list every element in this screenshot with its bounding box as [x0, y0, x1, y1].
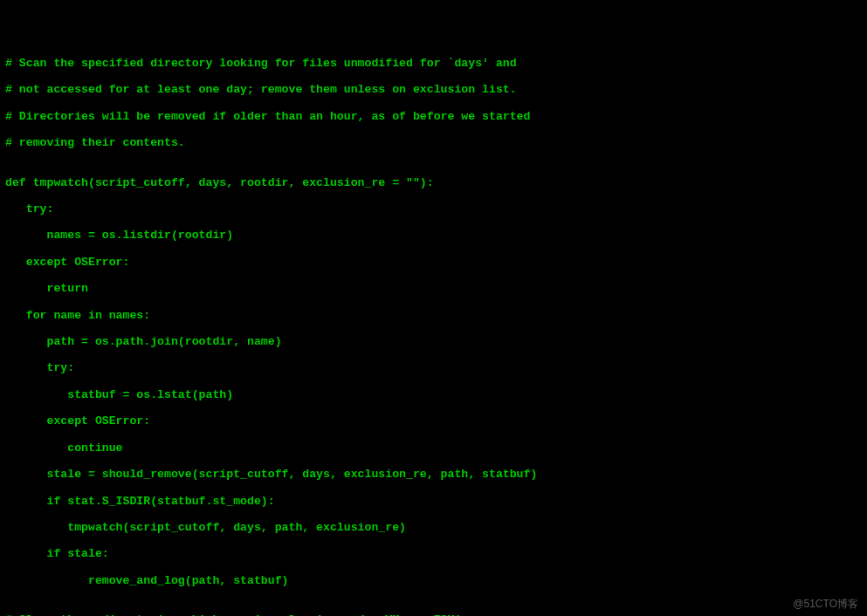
code-line: for name in names:: [5, 309, 862, 322]
code-line: path = os.path.join(rootdir, name): [5, 335, 862, 348]
code-line: try:: [5, 202, 862, 216]
code-line: if stale:: [5, 547, 862, 560]
code-line: try:: [5, 361, 862, 374]
code-line: # Scan the specified directory looking f…: [5, 57, 862, 70]
code-line: except OSError:: [5, 256, 862, 269]
code-line: if stat.S_ISDIR(statbuf.st_mode):: [5, 495, 862, 508]
code-line: remove_and_log(path, statbuf): [5, 574, 862, 587]
code-line: def tmpwatch(script_cutoff, days, rootdi…: [5, 176, 862, 189]
code-line: # not accessed for at least one day; rem…: [5, 83, 862, 96]
code-line: stale = should_remove(script_cutoff, day…: [5, 468, 862, 481]
code-line: # Directories will be removed if older t…: [5, 110, 862, 123]
code-line: tmpwatch(script_cutoff, days, path, excl…: [5, 521, 862, 534]
code-line: continue: [5, 441, 862, 455]
code-line: statbuf = os.lstat(path): [5, 388, 862, 401]
terminal-viewport[interactable]: # Scan the specified directory looking f…: [5, 57, 862, 616]
code-line: except OSError:: [5, 414, 862, 428]
code-line: # removing their contents.: [5, 136, 862, 149]
watermark-label: @51CTO博客: [793, 598, 858, 611]
code-line: names = os.listdir(rootdir): [5, 229, 862, 242]
code-line: return: [5, 282, 862, 295]
